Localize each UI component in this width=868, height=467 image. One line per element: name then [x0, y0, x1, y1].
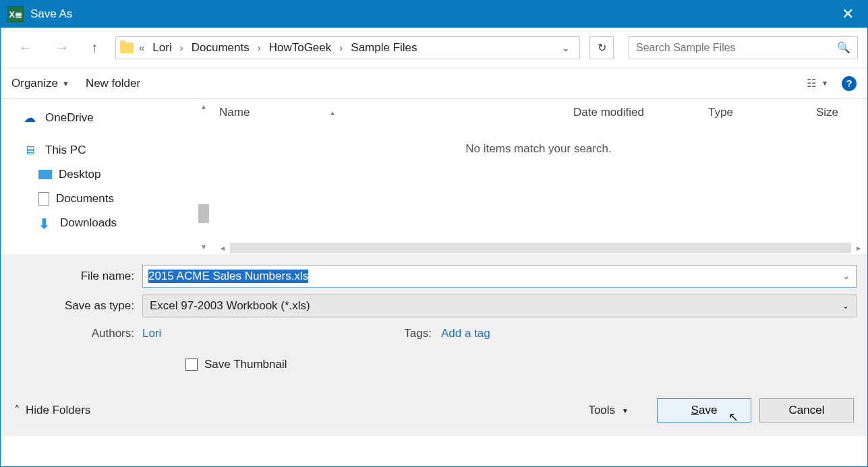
breadcrumb[interactable]: HowToGeek — [266, 40, 335, 56]
file-name-label: File name: — [11, 270, 142, 283]
tree-label: Documents — [56, 192, 114, 206]
back-icon[interactable]: ← — [10, 35, 41, 61]
save-type-value: Excel 97-2003 Workbook (*.xls) — [150, 299, 310, 313]
column-name-label: Name — [219, 106, 250, 119]
pc-icon: 🖥 — [24, 144, 38, 156]
new-folder-button[interactable]: New folder — [86, 77, 140, 90]
chevron-right-icon: › — [177, 42, 186, 53]
save-thumbnail-checkbox[interactable] — [185, 359, 198, 371]
download-icon: ⬇ — [38, 217, 53, 229]
tags-label: Tags: — [404, 327, 441, 340]
scroll-up-icon[interactable]: ▴ — [202, 102, 206, 111]
cursor-icon: ↖ — [728, 410, 739, 425]
excel-icon: X≣ — [7, 6, 24, 22]
chevron-right-icon: › — [337, 42, 345, 53]
chevron-down-icon: ▼ — [821, 80, 828, 87]
list-view-icon: ☷ — [807, 77, 816, 90]
breadcrumb[interactable]: Lori — [150, 40, 174, 56]
close-icon[interactable]: ✕ — [835, 3, 861, 26]
address-bar[interactable]: « Lori › Documents › HowToGeek › Sample … — [115, 36, 580, 59]
tags-value[interactable]: Add a tag — [441, 327, 558, 340]
folder-icon — [120, 42, 134, 53]
search-icon[interactable]: 🔍 — [837, 41, 850, 54]
save-button[interactable]: Save ↖ — [657, 398, 751, 423]
tree-label: Desktop — [59, 168, 100, 181]
column-size[interactable]: Size — [807, 106, 867, 119]
chevron-down-icon: ⌄ — [842, 301, 849, 311]
tree-label: This PC — [45, 144, 86, 157]
scroll-thumb[interactable] — [198, 204, 209, 223]
tree-item-downloads[interactable]: ⬇ Downloads — [21, 211, 203, 235]
chevron-down-icon[interactable]: ⌄ — [843, 272, 850, 281]
scroll-track[interactable] — [230, 243, 851, 253]
breadcrumb[interactable]: Documents — [189, 40, 252, 56]
save-form: File name: ⌄ Save as type: Excel 97-2003… — [1, 254, 867, 378]
document-icon — [38, 192, 49, 206]
forward-icon[interactable]: → — [47, 35, 78, 61]
column-type[interactable]: Type — [699, 106, 807, 119]
save-type-label: Save as type: — [11, 299, 142, 313]
chevron-down-icon[interactable]: ⌄ — [556, 42, 575, 53]
refresh-button[interactable]: ↻ — [589, 36, 614, 59]
breadcrumb-prefix: « — [136, 42, 147, 53]
search-box[interactable]: 🔍 — [629, 36, 858, 59]
column-name[interactable]: Name ▴ — [210, 106, 564, 119]
hide-folders-label: Hide Folders — [26, 404, 90, 417]
scroll-down-icon[interactable]: ▾ — [202, 242, 206, 251]
search-input[interactable] — [636, 42, 837, 54]
organize-label: Organize — [11, 77, 58, 90]
hide-folders-button[interactable]: ˄ Hide Folders — [14, 404, 90, 418]
column-date[interactable]: Date modified — [564, 106, 699, 119]
up-icon[interactable]: ↑ — [83, 36, 106, 59]
tree-item-onedrive[interactable]: ☁ OneDrive — [21, 106, 203, 130]
tools-label: Tools — [588, 404, 615, 417]
save-thumbnail-label: Save Thumbnail — [204, 358, 287, 371]
scroll-left-icon[interactable]: ◂ — [216, 243, 229, 253]
authors-label: Authors: — [11, 327, 142, 340]
cloud-icon: ☁ — [24, 112, 38, 124]
list-scrollbar[interactable]: ◂ ▸ — [216, 242, 865, 254]
toolbar: Organize ▼ New folder ☷ ▼ ? — [1, 68, 867, 99]
file-list: Name ▴ Date modified Type Size No items … — [210, 99, 867, 254]
empty-message: No items match your search. — [210, 126, 867, 172]
chevron-down-icon: ▼ — [62, 80, 69, 88]
organize-button[interactable]: Organize ▼ — [11, 77, 69, 90]
cancel-label: Cancel — [789, 404, 825, 417]
tree-item-thispc[interactable]: 🖥 This PC — [21, 138, 203, 162]
titlebar: X≣ Save As ✕ — [1, 1, 867, 28]
save-label: Save — [691, 404, 718, 417]
tree-scrollbar[interactable]: ▴ ▾ — [198, 99, 210, 254]
list-header: Name ▴ Date modified Type Size — [210, 99, 867, 126]
cancel-button[interactable]: Cancel — [759, 398, 854, 423]
chevron-right-icon: › — [255, 42, 264, 53]
breadcrumb[interactable]: Sample Files — [348, 40, 419, 56]
window-title: Save As — [30, 7, 72, 21]
authors-value[interactable]: Lori — [142, 327, 229, 340]
sort-icon: ▴ — [330, 108, 335, 117]
view-options-button[interactable]: ☷ ▼ — [807, 77, 828, 90]
desktop-icon — [38, 170, 52, 179]
chevron-up-icon: ˄ — [14, 404, 20, 418]
nav-bar: ← → ↑ « Lori › Documents › HowToGeek › S… — [1, 28, 867, 68]
folder-tree: ☁ OneDrive 🖥 This PC Desktop Documents ⬇… — [1, 99, 210, 254]
footer: ˄ Hide Folders Tools ▼ Save ↖ Cancel — [1, 378, 867, 436]
file-name-input[interactable] — [142, 265, 857, 288]
save-type-select[interactable]: Excel 97-2003 Workbook (*.xls) ⌄ — [142, 294, 857, 317]
chevron-down-icon: ▼ — [622, 407, 629, 414]
help-icon[interactable]: ? — [842, 76, 857, 91]
tools-button[interactable]: Tools ▼ — [588, 404, 629, 417]
scroll-right-icon[interactable]: ▸ — [852, 243, 865, 253]
tree-label: OneDrive — [45, 111, 94, 125]
tree-item-desktop[interactable]: Desktop — [21, 162, 203, 187]
tree-label: Downloads — [60, 216, 117, 230]
tree-item-documents[interactable]: Documents — [21, 187, 203, 211]
